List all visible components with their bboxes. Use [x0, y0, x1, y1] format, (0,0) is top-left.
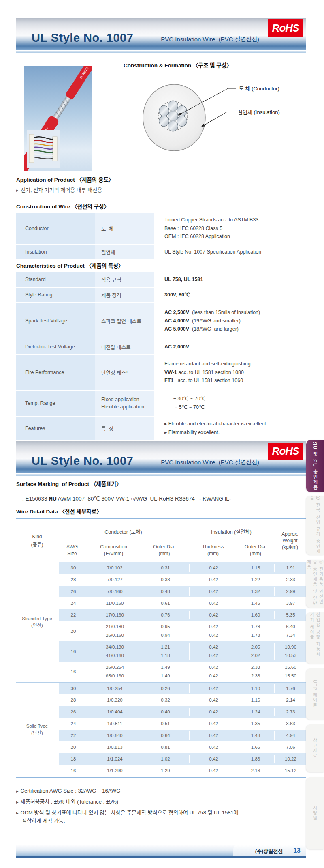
wire-table-body: Stranded Type(연선)307/0.1020.310.421.151.…: [16, 562, 306, 777]
col-group-conductor: Conductor (도체): [63, 519, 184, 538]
side-tab: 참고자료: [306, 724, 324, 772]
row-value: UL 758, UL 1581: [154, 272, 306, 287]
page-header: UL Style No. 1007 PVC Insulation Wire (P…: [16, 18, 306, 50]
row-label-en: Fire Performance: [16, 355, 95, 390]
row-label-en: Insulation: [16, 245, 95, 259]
row-label-en: Style Rating: [16, 288, 95, 302]
row-label-ko: 스파크 절연 테스트: [95, 303, 154, 339]
page-title: UL Style No. 1007: [32, 31, 133, 45]
row-label-en: Spark Test Voltage: [16, 303, 95, 339]
row-label-ko: 난연성 테스트: [95, 355, 154, 390]
characteristics-heading: Characteristics of Product 〈제품의 특성〉: [16, 261, 124, 269]
row-value: UL Style No. 1007 Specification Applicat…: [154, 245, 306, 259]
cross-section-diagram: 도 체 (Conductor) 절연체 (Insulation): [122, 70, 312, 171]
wire-table-row: 267/0.1600.480.421.322.99: [58, 586, 306, 597]
row-label-en: Dielectric Test Voltage: [16, 339, 95, 354]
row-value: ▸ Flexible and electrical character is e…: [154, 417, 306, 440]
wire-table-row: 307/0.1020.310.421.151.91: [58, 562, 306, 574]
rohs-badge: RoHS: [268, 19, 303, 37]
application-item: ▸ 전기, 전자 기기의 제어용 내부 배선용: [16, 186, 102, 193]
wire-table-row: 2021/0.18026/0.1600.950.940.420.421.781.…: [58, 621, 306, 641]
table-row: Insulation절연체UL Style No. 1007 Specifica…: [16, 245, 306, 259]
table-row: Conductor도 체Tinned Copper Strands acc. t…: [16, 213, 306, 244]
wire-table-row: 161/1.2901.290.422.1315.12: [58, 765, 306, 777]
col-insulation-outer-dia: Outer Dia.(mm): [237, 538, 274, 562]
kind-label: Solid Type(단선): [16, 683, 58, 777]
insulation-pointer-line: [202, 112, 235, 127]
wire-table-row: 281/0.3200.320.421.162.14: [58, 694, 306, 706]
table-row: Style Rating제품 정격300V, 80℃: [16, 288, 306, 302]
side-tab-active: ЯU 및 ЯU 승인제품: [306, 440, 324, 492]
wire-table-row: 1626/0.25465/0.1601.491.490.420.422.332.…: [58, 662, 306, 682]
wire-table-row: 181/1.0241.020.421.8610.22: [58, 753, 306, 765]
row-value: AC 2,000V: [154, 339, 306, 354]
row-value: AC 2,500V (less than 15mils of insulatio…: [154, 303, 306, 339]
side-tab: UTP 케이블: [306, 668, 324, 720]
col-group-insulation: Insulation (절연체): [194, 519, 269, 538]
row-label-ko: 제품 정격: [95, 288, 154, 302]
col-awg-size: AWGSize: [58, 538, 86, 562]
row-label-en: Standard: [16, 272, 95, 287]
note-item: ▸ ODM 방식 및 상기표에 나타나 있지 않는 사항은 주문제작 방식으로 …: [16, 809, 306, 825]
insulation-label: 절연체 (Insulation): [238, 109, 280, 115]
page-subtitle: PVC Insulation Wire (PVC 절연전선): [161, 34, 259, 43]
wire-table-row: 2217/0.1600.760.421.605.35: [58, 609, 306, 621]
row-label-en: Conductor: [16, 213, 95, 244]
page-header-2: UL Style No. 1007 PVC Insulation Wire (P…: [16, 441, 306, 473]
row-label-ko: 적용 규격: [95, 272, 154, 287]
row-label-ko: Fixed applicationFlexible application: [95, 391, 154, 416]
table-row: Fire Performance난연성 테스트Flame retardant a…: [16, 355, 306, 390]
marking-prefix: : E150633: [22, 496, 49, 502]
side-tab: ㉿ 한국 산업 규격 승인제품: [306, 496, 324, 555]
rohs-badge-2: RoHS: [268, 443, 303, 460]
row-label-ko: 내전압 테스트: [95, 339, 154, 354]
row-label-ko: 도 체: [95, 213, 154, 244]
kind-label: Stranded Type(연선): [16, 562, 58, 682]
construction-of-wire-heading: Construction of Wire 〈전선의 구성〉: [16, 202, 109, 210]
footnotes: ▸ Certification AWG Size : 32AWG ~ 16AWG…: [16, 787, 306, 828]
wire-table-row: 301/0.2540.260.421.101.76: [58, 683, 306, 694]
col-composition: Composition(EA/mm): [86, 538, 141, 562]
wire-table-row: 1634/0.18041/0.1601.211.180.420.422.052.…: [58, 641, 306, 662]
company-name: (주)광일전선: [255, 847, 283, 855]
wire-table-row: 221/0.6400.640.421.484.94: [58, 730, 306, 741]
datasheet-page: UL Style No. 1007 PVC Insulation Wire (P…: [0, 0, 324, 868]
wire-table-section: Stranded Type(연선)307/0.1020.310.421.151.…: [16, 562, 306, 682]
wire-detail-heading: Wire Detail Data 〈전선 세부자료〉: [16, 507, 102, 515]
row-label-ko: 절연체: [95, 245, 154, 259]
page-number: 13: [293, 847, 301, 854]
note-item: ▸ Certification AWG Size : 32AWG ~ 16AWG: [16, 787, 306, 795]
side-tab: 지명원: [306, 777, 324, 849]
col-thickness: Thickness(mm): [189, 538, 237, 562]
wire-table-row: 241/0.5110.510.421.353.63: [58, 718, 306, 730]
construction-formation-heading: Construction & Formation 〈구조 및 구성〉: [124, 61, 232, 69]
side-tab: 산업용 공장 자동화 기기 케이블: [306, 612, 324, 664]
wire-table-row: 2411/0.1600.610.421.453.97: [58, 597, 306, 609]
page-title-2: UL Style No. 1007: [32, 454, 133, 468]
wire-table-row: 201/0.8130.810.421.657.06: [58, 741, 306, 753]
bullet-icon: ▸: [16, 188, 19, 193]
row-value: 300V, 80℃: [154, 288, 306, 302]
col-approx-weight: Approx.Weight(kg/km): [274, 519, 306, 562]
col-conductor-outer-dia: Outer Dia.(mm): [141, 538, 188, 562]
table-row: Spark Test Voltage스파크 절연 테스트AC 2,500V (l…: [16, 303, 306, 339]
row-label-en: Temp. Range: [16, 391, 95, 416]
wire-table-section: Solid Type(단선)301/0.2540.260.421.101.762…: [16, 682, 306, 777]
wire-photo-illustration: E150633 AWM 1007: [24, 66, 92, 171]
table-row: Temp. RangeFixed applicationFlexible app…: [16, 391, 306, 416]
surface-marking-line: : E150633 ЯU AWM 1007 80℃ 300V VW-1 ○AWG…: [16, 489, 231, 508]
table-row: Dielectric Test Voltage내전압 테스트AC 2,000V: [16, 339, 306, 354]
row-label-en: Features: [16, 417, 95, 440]
col-kind: Kind(종류): [16, 519, 58, 562]
row-value: Tinned Copper Strands acc. to ASTM B33Ba…: [154, 213, 306, 244]
footer-plate: (주)광일전선 13: [233, 845, 306, 856]
application-heading: Application of Product 〈제품의 용도〉: [16, 175, 114, 183]
note-item: ▸ 제품허용공차 : ±5% 내외 (Tolerance : ±5%): [16, 798, 306, 806]
table-row: Features특 징▸ Flexible and electrical cha…: [16, 417, 306, 440]
footer-bar: (주)광일전선 13: [16, 845, 306, 858]
surface-marking-heading: Surface Marking of Product 〈제품표기〉: [16, 479, 122, 488]
row-value: − 30℃ ~ 70℃− 5℃ ~ 70℃: [154, 391, 306, 416]
construction-of-wire-table: Conductor도 체Tinned Copper Strands acc. t…: [16, 212, 306, 260]
wire-table-row: 261/0.4040.400.421.242.73: [58, 706, 306, 718]
page-subtitle-2: PVC Insulation Wire (PVC 절연전선): [161, 458, 259, 466]
